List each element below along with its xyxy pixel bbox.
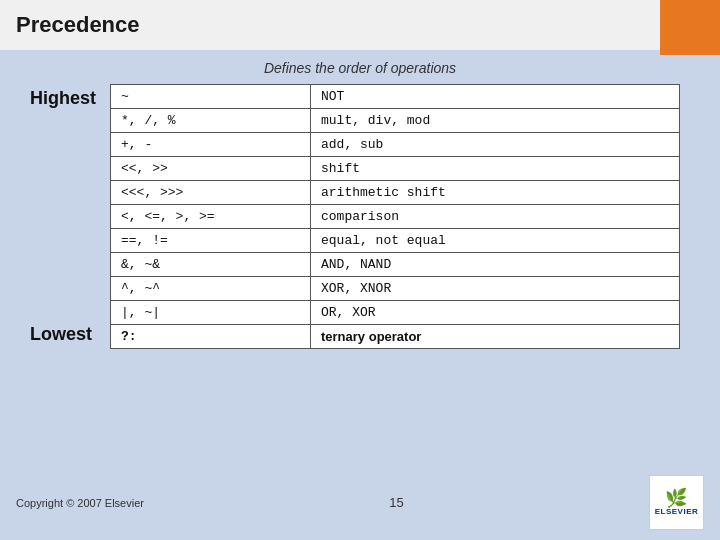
table-row: ^, ~^XOR, XNOR [111, 277, 680, 301]
table-row: ?:ternary operator [111, 325, 680, 349]
operator-cell: &, ~& [111, 253, 311, 277]
footer: Copyright © 2007 Elsevier 15 🌿 ELSEVIER [0, 469, 720, 536]
copyright-text: Copyright © 2007 Elsevier [16, 497, 144, 509]
operator-cell: ~ [111, 85, 311, 109]
description-cell: XOR, XNOR [311, 277, 680, 301]
description-cell: OR, XOR [311, 301, 680, 325]
operator-cell: <<, >> [111, 157, 311, 181]
description-cell: AND, NAND [311, 253, 680, 277]
operator-cell: ?: [111, 325, 311, 349]
logo-text: ELSEVIER [655, 507, 699, 516]
orange-accent-bar [660, 0, 720, 55]
description-cell: NOT [311, 85, 680, 109]
table-row: <<, >>shift [111, 157, 680, 181]
page-title: Precedence [16, 12, 140, 38]
description-cell: ternary operator [311, 325, 680, 349]
description-cell: equal, not equal [311, 229, 680, 253]
table-row: ~NOT [111, 85, 680, 109]
logo-tree-icon: 🌿 [665, 489, 687, 507]
table-row: *, /, %mult, div, mod [111, 109, 680, 133]
operator-cell: ^, ~^ [111, 277, 311, 301]
content-area: Defines the order of operations Highest … [0, 50, 720, 359]
description-cell: mult, div, mod [311, 109, 680, 133]
label-highest: Highest [30, 84, 100, 109]
operator-cell: *, /, % [111, 109, 311, 133]
table-row: &, ~&AND, NAND [111, 253, 680, 277]
operator-cell: +, - [111, 133, 311, 157]
subtitle: Defines the order of operations [30, 60, 690, 76]
table-row: |, ~|OR, XOR [111, 301, 680, 325]
table-row: ==, !=equal, not equal [111, 229, 680, 253]
description-cell: arithmetic shift [311, 181, 680, 205]
operator-cell: <, <=, >, >= [111, 205, 311, 229]
header: Precedence [0, 0, 720, 50]
table-row: <<<, >>>arithmetic shift [111, 181, 680, 205]
main-layout: Highest Lowest ~NOT*, /, %mult, div, mod… [30, 84, 690, 349]
operator-cell: <<<, >>> [111, 181, 311, 205]
table-row: <, <=, >, >=comparison [111, 205, 680, 229]
elsevier-logo: 🌿 ELSEVIER [649, 475, 704, 530]
label-lowest: Lowest [30, 324, 100, 349]
page-number: 15 [389, 495, 403, 510]
description-cell: add, sub [311, 133, 680, 157]
side-labels: Highest Lowest [30, 84, 110, 349]
operator-cell: ==, != [111, 229, 311, 253]
description-cell: comparison [311, 205, 680, 229]
description-cell: shift [311, 157, 680, 181]
operator-cell: |, ~| [111, 301, 311, 325]
table-row: +, -add, sub [111, 133, 680, 157]
precedence-table: ~NOT*, /, %mult, div, mod+, -add, sub<<,… [110, 84, 680, 349]
